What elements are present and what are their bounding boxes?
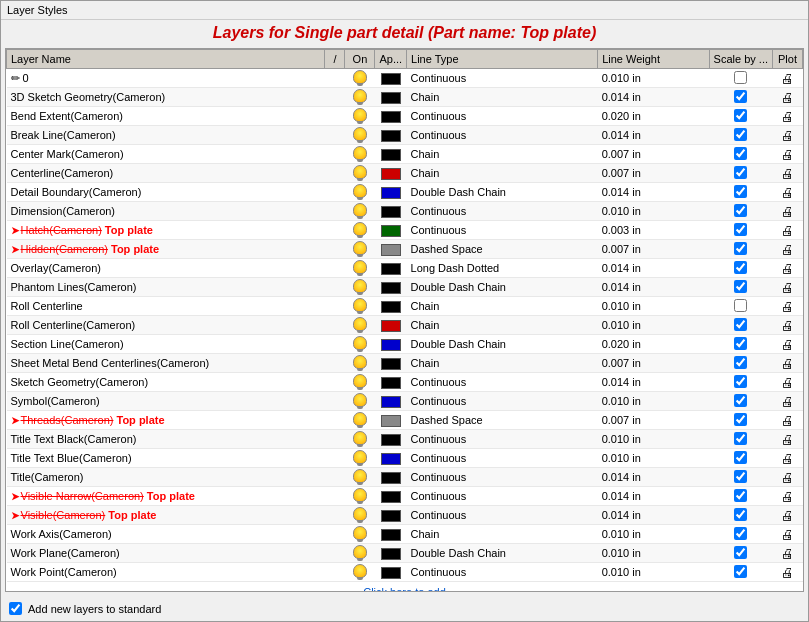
scale-checkbox[interactable] — [734, 508, 747, 521]
plot-cell[interactable]: 🖨 — [773, 468, 803, 487]
scale-cell[interactable] — [709, 88, 772, 107]
scale-cell[interactable] — [709, 430, 772, 449]
scale-cell[interactable] — [709, 107, 772, 126]
scale-cell[interactable] — [709, 544, 772, 563]
scale-checkbox[interactable] — [734, 204, 747, 217]
scale-checkbox[interactable] — [734, 527, 747, 540]
table-row[interactable]: Section Line(Cameron)Double Dash Chain0.… — [7, 335, 803, 354]
scale-cell[interactable] — [709, 563, 772, 582]
on-cell[interactable] — [345, 430, 375, 449]
appearance-cell[interactable] — [375, 373, 407, 392]
add-new-layers-checkbox[interactable] — [9, 602, 22, 615]
table-row[interactable]: Center Mark(Cameron)Chain0.007 in🖨 — [7, 145, 803, 164]
appearance-cell[interactable] — [375, 297, 407, 316]
scale-cell[interactable] — [709, 373, 772, 392]
appearance-cell[interactable] — [375, 335, 407, 354]
scale-checkbox[interactable] — [734, 299, 747, 312]
scale-checkbox[interactable] — [734, 147, 747, 160]
appearance-cell[interactable] — [375, 145, 407, 164]
on-cell[interactable] — [345, 240, 375, 259]
plot-cell[interactable]: 🖨 — [773, 240, 803, 259]
scale-checkbox[interactable] — [734, 109, 747, 122]
plot-cell[interactable]: 🖨 — [773, 107, 803, 126]
table-row[interactable]: Dimension(Cameron)Continuous0.010 in🖨 — [7, 202, 803, 221]
scale-cell[interactable] — [709, 145, 772, 164]
on-cell[interactable] — [345, 183, 375, 202]
table-row[interactable]: Title Text Black(Cameron)Continuous0.010… — [7, 430, 803, 449]
scale-checkbox[interactable] — [734, 261, 747, 274]
plot-cell[interactable]: 🖨 — [773, 449, 803, 468]
table-row[interactable]: ✏0Continuous0.010 in🖨 — [7, 69, 803, 88]
on-cell[interactable] — [345, 316, 375, 335]
plot-cell[interactable]: 🖨 — [773, 563, 803, 582]
plot-cell[interactable]: 🖨 — [773, 430, 803, 449]
appearance-cell[interactable] — [375, 164, 407, 183]
on-cell[interactable] — [345, 107, 375, 126]
appearance-cell[interactable] — [375, 126, 407, 145]
on-cell[interactable] — [345, 88, 375, 107]
scale-checkbox[interactable] — [734, 413, 747, 426]
scale-checkbox[interactable] — [734, 90, 747, 103]
plot-cell[interactable]: 🖨 — [773, 145, 803, 164]
on-cell[interactable] — [345, 487, 375, 506]
plot-cell[interactable]: 🖨 — [773, 544, 803, 563]
scale-checkbox[interactable] — [734, 394, 747, 407]
scale-cell[interactable] — [709, 240, 772, 259]
on-cell[interactable] — [345, 506, 375, 525]
on-cell[interactable] — [345, 297, 375, 316]
plot-cell[interactable]: 🖨 — [773, 88, 803, 107]
table-row[interactable]: Title Text Blue(Cameron)Continuous0.010 … — [7, 449, 803, 468]
appearance-cell[interactable] — [375, 278, 407, 297]
on-cell[interactable] — [345, 126, 375, 145]
appearance-cell[interactable] — [375, 202, 407, 221]
scale-checkbox[interactable] — [734, 356, 747, 369]
appearance-cell[interactable] — [375, 430, 407, 449]
appearance-cell[interactable] — [375, 107, 407, 126]
appearance-cell[interactable] — [375, 563, 407, 582]
on-cell[interactable] — [345, 544, 375, 563]
on-cell[interactable] — [345, 278, 375, 297]
plot-cell[interactable]: 🖨 — [773, 525, 803, 544]
table-row[interactable]: Detail Boundary(Cameron)Double Dash Chai… — [7, 183, 803, 202]
appearance-cell[interactable] — [375, 449, 407, 468]
scale-cell[interactable] — [709, 259, 772, 278]
table-row[interactable]: Roll CenterlineChain0.010 in🖨 — [7, 297, 803, 316]
plot-cell[interactable]: 🖨 — [773, 373, 803, 392]
scale-cell[interactable] — [709, 468, 772, 487]
scale-checkbox[interactable] — [734, 242, 747, 255]
appearance-cell[interactable] — [375, 88, 407, 107]
scale-cell[interactable] — [709, 164, 772, 183]
appearance-cell[interactable] — [375, 487, 407, 506]
table-row[interactable]: Overlay(Cameron)Long Dash Dotted0.014 in… — [7, 259, 803, 278]
plot-cell[interactable]: 🖨 — [773, 487, 803, 506]
scale-checkbox[interactable] — [734, 128, 747, 141]
appearance-cell[interactable] — [375, 544, 407, 563]
scale-checkbox[interactable] — [734, 375, 747, 388]
table-container[interactable]: Layer Name / On Ap... Line Type Line Wei… — [5, 48, 804, 592]
scale-cell[interactable] — [709, 126, 772, 145]
on-cell[interactable] — [345, 335, 375, 354]
on-cell[interactable] — [345, 202, 375, 221]
appearance-cell[interactable] — [375, 468, 407, 487]
scale-checkbox[interactable] — [734, 489, 747, 502]
appearance-cell[interactable] — [375, 525, 407, 544]
plot-cell[interactable]: 🖨 — [773, 354, 803, 373]
table-row[interactable]: ➤Threads(Cameron) Top plateDashed Space0… — [7, 411, 803, 430]
scale-cell[interactable] — [709, 411, 772, 430]
table-row[interactable]: Work Axis(Cameron)Chain0.010 in🖨 — [7, 525, 803, 544]
on-cell[interactable] — [345, 468, 375, 487]
scale-cell[interactable] — [709, 297, 772, 316]
plot-cell[interactable]: 🖨 — [773, 183, 803, 202]
on-cell[interactable] — [345, 221, 375, 240]
table-row[interactable]: Bend Extent(Cameron)Continuous0.020 in🖨 — [7, 107, 803, 126]
appearance-cell[interactable] — [375, 411, 407, 430]
table-row[interactable]: Centerline(Cameron)Chain0.007 in🖨 — [7, 164, 803, 183]
scale-cell[interactable] — [709, 392, 772, 411]
on-cell[interactable] — [345, 411, 375, 430]
scale-checkbox[interactable] — [734, 432, 747, 445]
plot-cell[interactable]: 🖨 — [773, 316, 803, 335]
scale-checkbox[interactable] — [734, 451, 747, 464]
table-row[interactable]: ➤Visible(Cameron) Top plateContinuous0.0… — [7, 506, 803, 525]
table-row[interactable]: Title(Cameron)Continuous0.014 in🖨 — [7, 468, 803, 487]
plot-cell[interactable]: 🖨 — [773, 411, 803, 430]
